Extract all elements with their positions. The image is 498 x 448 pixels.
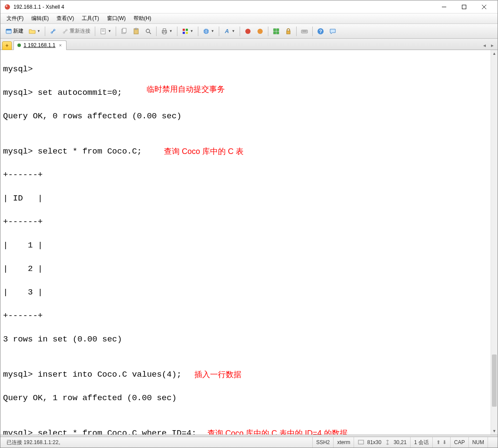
menu-edit[interactable]: 编辑(E) [28, 14, 52, 23]
chat-button[interactable] [327, 26, 338, 37]
resize-grip[interactable] [488, 437, 495, 448]
term-line: mysql> [3, 64, 33, 74]
titlebar: 192.168.1.1 - Xshell 4 [0, 0, 498, 13]
toolbar-separator [45, 27, 45, 36]
new-tab-button[interactable]: + [2, 41, 12, 50]
dropdown-icon: ▼ [190, 29, 194, 33]
term-line: | 2 | [3, 264, 43, 274]
dropdown-icon: ▼ [211, 29, 214, 33]
svg-rect-23 [163, 32, 166, 34]
reconnect-button[interactable]: 重新连接 [60, 26, 93, 37]
font-icon: A [224, 28, 231, 35]
status-term-type: xterm [333, 437, 354, 448]
open-button[interactable]: ▼ [27, 26, 43, 37]
scroll-down-button[interactable]: ▼ [491, 428, 498, 435]
script-button[interactable] [242, 26, 254, 37]
session-tab[interactable]: 1 192.168.1.1 × [13, 40, 67, 50]
svg-rect-32 [277, 29, 279, 31]
help-button[interactable]: ? [315, 26, 326, 37]
script-icon [244, 28, 251, 35]
term-line: Query OK, 1 row affected (0.00 sec) [3, 393, 177, 403]
svg-rect-35 [287, 31, 290, 34]
lock-icon [285, 28, 292, 35]
link-button[interactable] [47, 26, 59, 37]
svg-rect-41 [358, 440, 364, 444]
close-button[interactable] [474, 1, 494, 13]
term-line: mysql> set autocommit=0; [3, 88, 122, 97]
color-button[interactable]: ▼ [180, 26, 196, 37]
toolbar-separator [177, 27, 177, 36]
scroll-up-button[interactable]: ▲ [491, 50, 498, 57]
help-icon: ? [317, 28, 324, 35]
copy-icon [120, 28, 127, 35]
status-transfer: ⬆ ⬇ [432, 437, 450, 448]
scroll-thumb[interactable] [492, 354, 497, 407]
font-button[interactable]: A▼ [221, 26, 237, 37]
record-icon [257, 28, 264, 35]
menubar: 文件(F) 编辑(E) 查看(V) 工具(T) 窗口(W) 帮助(H) [0, 13, 498, 24]
paste-button[interactable] [130, 26, 142, 37]
svg-point-30 [257, 29, 263, 34]
properties-icon [100, 28, 107, 35]
svg-rect-3 [462, 5, 466, 9]
status-pos: 30,21 [394, 439, 407, 445]
toolbar-separator [198, 27, 198, 36]
term-line: mysql> insert into Coco.C values(4); [3, 370, 181, 379]
print-button[interactable]: ▼ [159, 26, 175, 37]
status-num: NUM [468, 437, 488, 448]
new-session-button[interactable]: 新建 [3, 26, 26, 37]
tab-close-button[interactable]: × [58, 43, 62, 48]
menu-window[interactable]: 窗口(W) [104, 14, 129, 23]
svg-line-20 [149, 32, 151, 34]
svg-rect-7 [6, 29, 11, 30]
annotation: 查询 Coco 库中的 C 表 [164, 146, 244, 157]
svg-rect-16 [123, 28, 126, 33]
menu-view[interactable]: 查看(V) [53, 14, 77, 23]
svg-rect-31 [274, 29, 276, 31]
scrollbar[interactable]: ▲ ▼ [491, 50, 498, 435]
record-button[interactable] [254, 26, 266, 37]
globe-button[interactable]: ▼ [201, 26, 217, 37]
status-connection: 已连接 192.168.1.1:22。 [3, 437, 312, 448]
svg-rect-22 [163, 29, 166, 30]
download-icon: ⬇ [442, 439, 447, 445]
tabbar: + 1 192.168.1.1 × ◄ ► [0, 39, 498, 50]
term-line: Query OK, 0 rows affected (0.00 sec) [3, 111, 181, 121]
find-button[interactable] [143, 26, 154, 37]
maximize-button[interactable] [454, 1, 474, 13]
toolbar-separator [156, 27, 157, 36]
properties-button[interactable]: ▼ [97, 26, 114, 37]
svg-point-19 [146, 29, 150, 33]
term-line: +------+ [3, 170, 43, 180]
status-sessions: 1 会话 [410, 437, 432, 448]
svg-point-1 [6, 5, 7, 7]
new-icon [5, 28, 12, 35]
menu-help[interactable]: 帮助(H) [130, 14, 155, 23]
lock-button[interactable] [283, 26, 294, 37]
svg-rect-27 [186, 32, 188, 34]
cursor-pos-icon [384, 439, 391, 446]
window-title: 192.168.1.1 - Xshell 4 [13, 4, 434, 10]
terminal-pane[interactable]: mysql> mysql> set autocommit=0;临时禁用自动提交事… [0, 50, 498, 435]
tile-icon [273, 28, 280, 35]
term-line: +------+ [3, 217, 43, 227]
upload-icon: ⬆ [436, 439, 441, 445]
keyboard-button[interactable] [299, 26, 310, 37]
status-cap: CAP [450, 437, 468, 448]
print-icon [161, 28, 168, 35]
new-label: 新建 [13, 27, 23, 35]
minimize-button[interactable] [434, 1, 454, 13]
term-line: mysql> select * from Coco.C; [3, 147, 142, 156]
svg-rect-18 [135, 28, 137, 30]
tab-next-button[interactable]: ► [489, 42, 496, 49]
copy-button[interactable] [118, 26, 130, 37]
menu-file[interactable]: 文件(F) [3, 14, 27, 23]
menu-tools[interactable]: 工具(T) [78, 14, 102, 23]
svg-text:?: ? [319, 29, 322, 34]
terminal-output[interactable]: mysql> mysql> set autocommit=0;临时禁用自动提交事… [0, 50, 491, 435]
tab-prev-button[interactable]: ◄ [481, 42, 488, 49]
reconnect-label: 重新连接 [70, 27, 90, 35]
paste-icon [133, 28, 140, 35]
tile-button[interactable] [271, 26, 282, 37]
app-icon [4, 3, 11, 10]
